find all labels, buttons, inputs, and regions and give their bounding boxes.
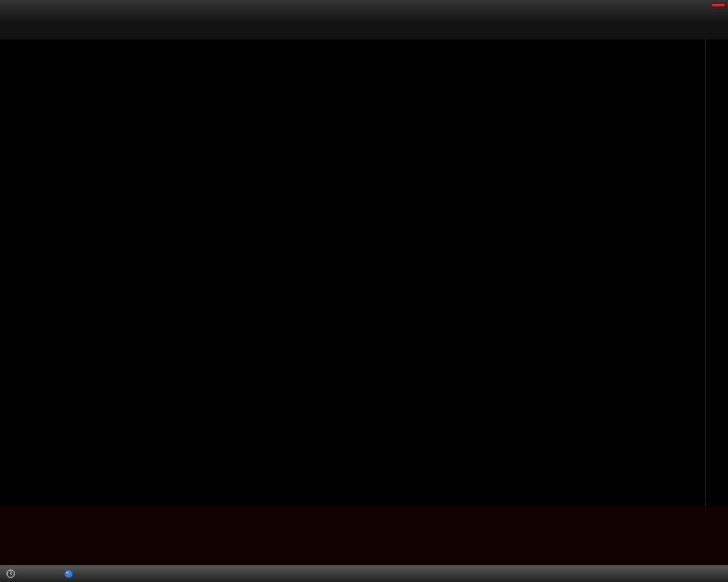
status-bar — [0, 565, 728, 582]
server-mode-icon — [64, 570, 73, 580]
clock-icon — [6, 569, 15, 580]
status-datetime — [0, 569, 19, 580]
smart-client-window — [0, 0, 728, 582]
app-title — [0, 0, 728, 23]
side-controls — [705, 39, 728, 506]
top-bar — [0, 0, 728, 23]
panel-grid — [0, 39, 705, 506]
exit-button[interactable] — [711, 3, 726, 8]
page-bar — [0, 23, 728, 39]
server-mode — [64, 570, 77, 580]
alarm-log — [0, 506, 728, 565]
